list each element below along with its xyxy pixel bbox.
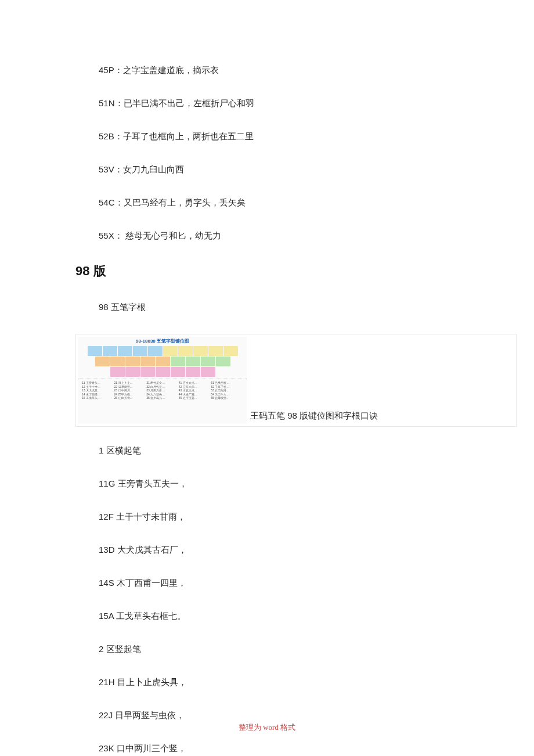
mnemonic-line: 12F 土干十寸未甘雨，: [99, 510, 482, 523]
mnemonic-line: 21H 目上卜止虎头具，: [99, 676, 482, 688]
kb-key: [208, 346, 223, 356]
kb-key: [163, 346, 178, 356]
kb-key: [110, 357, 125, 366]
mnemonic-line: 22J 日早两竖与虫依，: [99, 709, 482, 721]
kb-key: [171, 367, 185, 377]
kb-key: [133, 346, 147, 356]
mnemonic-line: 51N：已半巳满不出己，左框折尸心和羽: [99, 97, 482, 109]
kb-key: [216, 357, 230, 366]
kb-key: [186, 357, 200, 366]
sub-heading: 98 五笔字根: [99, 301, 482, 313]
kb-key: [156, 367, 170, 377]
section-heading: 98 版: [75, 262, 482, 280]
mnemonic-line: 53V：女刀九臼山向西: [99, 163, 482, 175]
keyboard-row: [78, 346, 247, 356]
mnemonic-line: 45P：之字宝盖建道底，摘示衣: [99, 64, 482, 76]
kb-key: [110, 367, 125, 377]
page-footer: 整理为 word 格式: [0, 722, 534, 733]
mnemonic-line: 55X： 慈母无心弓和匕，幼无力: [99, 229, 482, 242]
kb-key: [140, 367, 155, 377]
mnemonic-line: 13D 大犬戊其古石厂，: [99, 543, 482, 556]
keyboard-footer-text: 11 王旁青头…12 土干十寸…13 大犬戊其…14 木丁西甫…15 工戈草头……: [78, 379, 247, 402]
keyboard-figure: 98-18030 五笔字型键位图: [75, 334, 517, 427]
kb-key: [223, 346, 238, 356]
kb-key: [103, 346, 117, 356]
mnemonic-line: 15A 工戈草头右框七。: [99, 610, 482, 622]
kb-key: [95, 357, 110, 366]
kb-key: [156, 357, 170, 366]
kb-key: [140, 357, 155, 366]
keyboard-row: [78, 357, 247, 366]
kb-key: [88, 346, 102, 356]
kb-key: [201, 357, 215, 366]
kb-key: [178, 346, 193, 356]
keyboard-image-title: 98-18030 五笔字型键位图: [78, 338, 247, 344]
figure-caption: 王码五笔 98 版键位图和字根口诀: [247, 411, 378, 424]
mnemonic-line: 11G 王旁青头五夫一，: [99, 477, 482, 489]
document-content: 45P：之字宝盖建道底，摘示衣 51N：已半巳满不出己，左框折尸心和羽 52B：…: [0, 0, 534, 756]
mnemonic-line: 54C：又巴马经有上，勇字头，丢矢矣: [99, 196, 482, 208]
kb-key: [118, 346, 132, 356]
mnemonic-line: 14S 木丁西甫一四里，: [99, 577, 482, 589]
mnemonic-line: 23K 口中两川三个竖，: [99, 742, 482, 754]
kb-key: [186, 367, 200, 377]
keyboard-row: [78, 367, 247, 377]
kb-key: [193, 346, 208, 356]
mnemonic-line: 1 区横起笔: [99, 444, 482, 456]
kb-key: [125, 367, 140, 377]
kb-key: [171, 357, 185, 366]
kb-key: [201, 367, 215, 377]
mnemonic-line: 2 区竖起笔: [99, 643, 482, 655]
keyboard-layout-image: 98-18030 五笔字型键位图: [78, 337, 247, 424]
kb-key: [148, 346, 163, 356]
mnemonic-line: 52B：子耳了也框向上，两折也在五二里: [99, 130, 482, 142]
kb-key: [125, 357, 140, 366]
